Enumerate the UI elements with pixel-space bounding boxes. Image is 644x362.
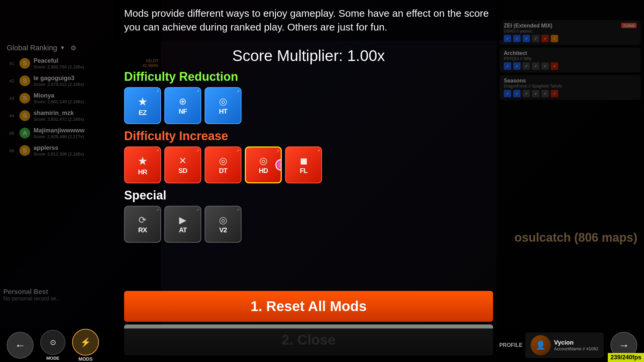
mode-button[interactable]: ⊙ MODE (40, 330, 65, 361)
fps-value: 239/240fps (608, 353, 644, 362)
back-arrow-icon: ← (15, 339, 25, 352)
score-multiplier: Score Multiplier: 1.00x (114, 41, 503, 68)
hr-symbol-icon: ★ (138, 154, 148, 168)
mod-ht-button[interactable]: ↗ ◎ HT (205, 87, 241, 124)
difficulty-reduction-label: Difficulty Reduction (124, 70, 493, 84)
rx-letters: RX (138, 226, 147, 234)
avatar-icon: 👤 (536, 341, 546, 350)
ez-letters: EZ (139, 109, 147, 117)
mod-hr-button[interactable]: ↗ ★ HR (124, 146, 161, 183)
profile-button[interactable]: 👤 Vycion AccountName // #1062 (525, 333, 604, 358)
mod-fl-button[interactable]: ↗ ◼ FL (285, 146, 322, 183)
at-symbol-icon: ▶ (179, 215, 186, 226)
reset-all-mods-button[interactable]: 1. Reset All Mods (124, 291, 493, 322)
difficulty-increase-grid: ↗ ★ HR ↗ ✕ SD ↗ ◎ DT (124, 146, 493, 183)
mod-dt-button[interactable]: ↗ ◎ DT (205, 146, 241, 183)
forward-arrow-icon: → (619, 339, 629, 352)
mods-button[interactable]: ⚡ MODS (72, 329, 99, 362)
fl-symbol-icon: ◼ (300, 155, 308, 166)
hd-symbol-icon: ◎ (259, 155, 267, 166)
back-button[interactable]: ← (7, 332, 34, 359)
mode-icon: ⊙ (50, 338, 56, 347)
mod-at-button[interactable]: ↗ ▶ AT (164, 206, 201, 243)
fl-letters: FL (300, 167, 307, 175)
dt-symbol-icon: ◎ (219, 155, 227, 166)
special-grid: ↗ ⟳ RX ↗ ▶ AT ↗ ◎ V2 (124, 206, 493, 243)
sd-symbol-icon: ✕ (179, 155, 186, 166)
sd-letters: SD (178, 167, 187, 175)
ez-symbol-icon: ★ (138, 95, 148, 108)
rx-symbol-icon: ⟳ (139, 215, 146, 226)
mod-hd-button[interactable]: ↗ ◎ HD (245, 146, 282, 183)
difficulty-increase-label: Difficulty Increase (124, 129, 493, 143)
description-section: Mods provide different ways to enjoy gam… (114, 0, 503, 41)
profile-sub: AccountName // #1062 (554, 346, 598, 351)
avatar: 👤 (531, 335, 551, 355)
fps-counter: 239/240fps 4.5ms (626, 355, 644, 362)
mod-rx-button[interactable]: ↗ ⟳ RX (124, 206, 161, 243)
mod-v2-button[interactable]: ↗ ◎ V2 (205, 206, 241, 243)
profile-section: PROFILE 👤 Vycion AccountName // #1062 (499, 333, 604, 358)
difficulty-reduction-grid: ↗ ★ EZ ↗ ⊕ NF ↗ ◎ HT (124, 87, 493, 124)
hd-letters: HD (259, 167, 268, 175)
mods-icon: ⚡ (80, 337, 91, 348)
v2-symbol-icon: ◎ (219, 215, 227, 226)
mod-nf-button[interactable]: ↗ ⊕ NF (164, 87, 201, 124)
ht-letters: HT (219, 108, 227, 115)
profile-info: Vycion AccountName // #1062 (554, 339, 598, 351)
hr-letters: HR (138, 168, 147, 176)
at-letters: AT (179, 226, 186, 234)
mod-ez-button[interactable]: ↗ ★ EZ (124, 87, 161, 124)
bottom-bar: ← ⊙ MODE ⚡ MODS PROFILE 👤 Vycion Account… (0, 328, 644, 362)
mod-sd-button[interactable]: ↗ ✕ SD (164, 146, 201, 183)
special-label: Special (124, 188, 493, 202)
mods-label: MODS (78, 356, 93, 362)
v2-letters: V2 (219, 226, 227, 234)
profile-name: Vycion (554, 339, 598, 346)
selected-indicator (275, 159, 282, 171)
profile-label: PROFILE (499, 342, 522, 348)
nf-letters: NF (179, 108, 187, 115)
mode-label: MODE (46, 356, 59, 361)
dt-letters: DT (219, 167, 227, 175)
nf-symbol-icon: ⊕ (179, 96, 186, 107)
mods-container: Difficulty Reduction ↗ ★ EZ ↗ ⊕ NF ↗ (114, 68, 503, 288)
mod-selection-modal: Mods provide different ways to enjoy gam… (114, 0, 503, 362)
ht-symbol-icon: ◎ (219, 96, 227, 107)
description-text: Mods provide different ways to enjoy gam… (124, 7, 493, 34)
